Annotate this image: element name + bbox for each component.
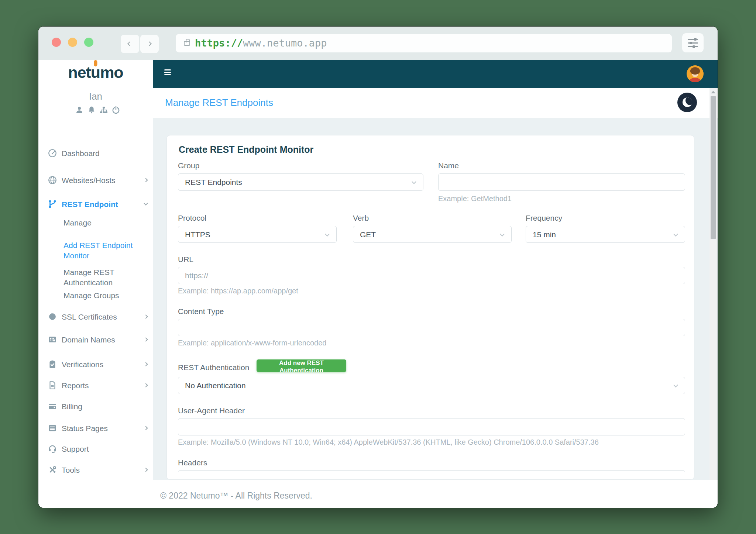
frequency-select[interactable]: 15 min bbox=[526, 226, 685, 243]
sidebar: netumo Ian Dashboard Websites/Hosts REST… bbox=[38, 60, 153, 508]
sidebar-item-rest-endpoint[interactable]: REST Endpoint bbox=[62, 199, 118, 209]
user-agent-helper: Example: Mozilla/5.0 (Windows NT 10.0; W… bbox=[178, 438, 599, 447]
dark-mode-toggle[interactable] bbox=[677, 93, 697, 112]
profile-icon[interactable] bbox=[75, 106, 84, 116]
sidebar-item-support[interactable]: Support bbox=[62, 444, 89, 454]
content-type-helper: Example: application/x-www-form-urlencod… bbox=[178, 339, 326, 347]
maximize-window-button[interactable] bbox=[84, 38, 93, 47]
chevron-right-icon bbox=[144, 337, 148, 341]
app-header bbox=[153, 60, 718, 88]
close-window-button[interactable] bbox=[52, 38, 61, 47]
select-chevron-icon bbox=[325, 232, 330, 237]
logo-text-accent: u bbox=[91, 63, 100, 81]
browser-window: https://www.netumo.app netumo Ian bbox=[38, 27, 718, 508]
user-agent-input[interactable] bbox=[178, 418, 685, 435]
sidebar-item-verifications[interactable]: Verifications bbox=[62, 359, 103, 369]
chevron-right-icon bbox=[144, 426, 148, 430]
sidebar-item-dashboard[interactable]: Dashboard bbox=[62, 148, 100, 158]
lock-icon bbox=[184, 41, 190, 46]
sidebar-item-ssl-certificates[interactable]: SSL Certificates bbox=[62, 312, 117, 322]
user-quick-actions bbox=[75, 106, 120, 116]
frequency-value: 15 min bbox=[533, 230, 556, 239]
chevron-right-icon bbox=[144, 383, 148, 387]
logout-power-icon[interactable] bbox=[111, 106, 120, 116]
sidebar-item-billing[interactable]: Billing bbox=[62, 402, 82, 411]
globe-icon bbox=[48, 175, 57, 185]
url-scheme: https:// bbox=[195, 37, 243, 49]
chevron-right-icon bbox=[144, 362, 148, 366]
group-select[interactable]: REST Endpoints bbox=[178, 173, 423, 191]
verifications-clipboard-check-icon bbox=[48, 359, 57, 369]
url-domain: www.netumo.app bbox=[243, 37, 327, 49]
ssl-certificate-seal-icon bbox=[48, 312, 57, 321]
headers-input[interactable] bbox=[178, 470, 685, 480]
card-title: Create REST Endpoint Monitor bbox=[179, 144, 313, 155]
minimize-window-button[interactable] bbox=[68, 38, 77, 47]
content-type-input[interactable] bbox=[178, 319, 685, 336]
page-title[interactable]: Manage REST Endpoints bbox=[165, 97, 273, 108]
logo-text-post: mo bbox=[100, 63, 123, 81]
protocol-value: HTTPS bbox=[185, 230, 210, 239]
sidebar-item-status-pages[interactable]: Status Pages bbox=[62, 423, 108, 433]
verb-select[interactable]: GET bbox=[353, 226, 512, 243]
name-label: Name bbox=[438, 161, 459, 170]
support-headset-icon bbox=[48, 444, 57, 454]
sidebar-item-websites-hosts[interactable]: Websites/Hosts bbox=[62, 175, 116, 185]
address-bar[interactable]: https://www.netumo.app bbox=[176, 34, 672, 52]
billing-wallet-icon bbox=[48, 402, 57, 411]
rest-authentication-value: No Authentication bbox=[185, 381, 246, 390]
sidebar-item-domain-names[interactable]: Domain Names bbox=[62, 335, 115, 345]
main-content: Create REST Endpoint Monitor Group REST … bbox=[153, 118, 718, 480]
url-text: https://www.netumo.app bbox=[195, 37, 327, 49]
sidebar-subitem-manage-rest-authentication[interactable]: Manage REST Authentication bbox=[63, 267, 143, 288]
group-label: Group bbox=[178, 161, 199, 170]
forward-icon bbox=[147, 41, 152, 46]
sidebar-subitem-add-rest-endpoint-monitor[interactable]: Add REST Endpoint Monitor bbox=[63, 240, 143, 261]
notifications-bell-icon[interactable] bbox=[87, 106, 96, 116]
sitemap-icon[interactable] bbox=[99, 106, 108, 116]
netumo-logo[interactable]: netumo bbox=[38, 63, 153, 82]
headers-label: Headers bbox=[178, 458, 207, 467]
status-pages-list-icon bbox=[48, 423, 57, 433]
verb-value: GET bbox=[360, 230, 376, 239]
group-value: REST Endpoints bbox=[185, 178, 242, 187]
name-helper: Example: GetMethod1 bbox=[438, 194, 512, 203]
moon-icon bbox=[683, 97, 692, 107]
desktop-background: https://www.netumo.app netumo Ian bbox=[0, 0, 756, 534]
sidebar-item-tools[interactable]: Tools bbox=[62, 465, 80, 475]
add-rest-authentication-button[interactable]: Add new REST Authentication bbox=[257, 359, 346, 372]
chevron-down-icon bbox=[144, 201, 148, 205]
user-name: Ian bbox=[38, 91, 153, 102]
chevron-right-icon bbox=[144, 468, 148, 472]
logo-text-pre: net bbox=[68, 63, 91, 81]
sidebar-subitem-manage-groups[interactable]: Manage Groups bbox=[63, 290, 143, 301]
scrollbar-thumb[interactable] bbox=[711, 96, 716, 239]
select-chevron-icon bbox=[673, 383, 678, 387]
verb-label: Verb bbox=[353, 214, 369, 223]
browser-forward-button[interactable] bbox=[140, 35, 159, 53]
rest-authentication-select[interactable]: No Authentication bbox=[178, 377, 685, 394]
url-input[interactable] bbox=[178, 267, 685, 284]
back-icon bbox=[127, 41, 132, 46]
user-agent-label: User-Agent Header bbox=[178, 406, 245, 415]
protocol-label: Protocol bbox=[178, 214, 206, 223]
select-chevron-icon bbox=[673, 232, 678, 237]
url-helper: Example: https://ap.app.com/app/get bbox=[178, 287, 298, 295]
sidebar-subitem-manage[interactable]: Manage bbox=[63, 218, 143, 228]
chevron-right-icon bbox=[144, 314, 148, 318]
browser-back-button[interactable] bbox=[121, 35, 139, 53]
rest-endpoint-branch-icon bbox=[48, 199, 57, 209]
menu-hamburger-icon[interactable] bbox=[164, 69, 171, 78]
tools-wrench-icon bbox=[48, 465, 57, 475]
content-type-label: Content Type bbox=[178, 307, 224, 316]
footer: © 2022 Netumo™ - All Rights Reserved. bbox=[153, 480, 718, 508]
protocol-select[interactable]: HTTPS bbox=[178, 226, 337, 243]
scrollbar-up-arrow[interactable] bbox=[711, 91, 715, 93]
name-input[interactable] bbox=[438, 173, 685, 191]
vertical-scrollbar[interactable] bbox=[709, 88, 717, 480]
browser-settings-button[interactable] bbox=[682, 33, 704, 52]
avatar[interactable] bbox=[687, 65, 704, 82]
sidebar-item-reports[interactable]: Reports bbox=[62, 380, 89, 390]
page-title-bar: Manage REST Endpoints bbox=[153, 88, 718, 118]
frequency-label: Frequency bbox=[526, 214, 562, 223]
